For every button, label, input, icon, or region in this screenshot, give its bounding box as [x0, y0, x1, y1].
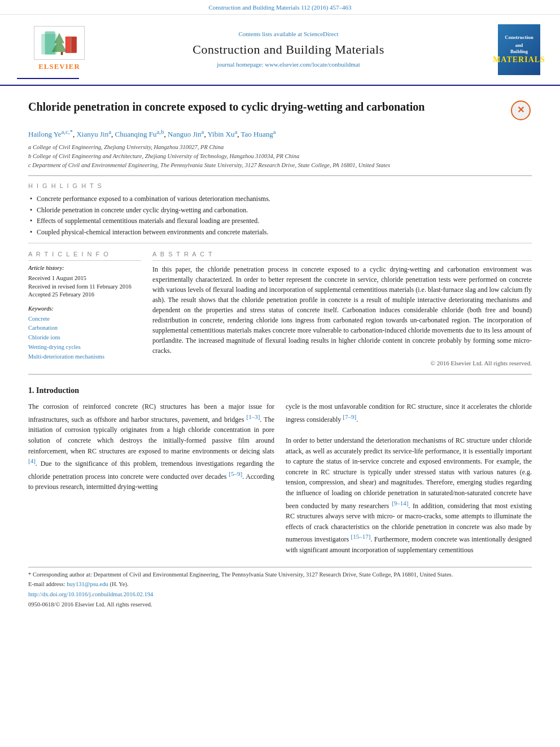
footnote-email: E-mail address: huy131@psu.edu (H. Ye).	[28, 580, 532, 589]
authors-line: Hailong Yea,c,*, Xianyu Jina, Chuanqing …	[28, 128, 532, 140]
journal-header: ELSEVIER Contents lists available at Sci…	[0, 15, 560, 85]
footnote-issn: 0950-0618/© 2016 Elsevier Ltd. All right…	[28, 601, 532, 609]
keyword-4: Wetting-drying cycles	[28, 343, 141, 352]
highlights-label: H I G H L I G H T S	[28, 182, 532, 190]
intro-heading: 1. Introduction	[28, 385, 532, 396]
footnotes-bar: * Corresponding author at: Department of…	[28, 567, 532, 609]
journal-center-info: Contents lists available at ScienceDirec…	[85, 30, 492, 69]
corner-logo-line3: Building	[510, 49, 528, 55]
affiliation-c: c Department of Civil and Environmental …	[28, 161, 532, 170]
article-history: Article history: Received 1 August 2015 …	[28, 264, 141, 299]
crossmark-area: ✕	[509, 99, 532, 122]
footnote-corresponding: * Corresponding author at: Department of…	[28, 571, 532, 579]
ref-9-14: [9–14]	[392, 500, 408, 506]
copyright-line: © 2016 Elsevier Ltd. All rights reserved…	[152, 359, 532, 368]
header-divider	[28, 175, 532, 176]
corner-logo-line1: Construction	[505, 34, 533, 41]
author-3: Chuanqing Fua,b	[115, 130, 164, 138]
sciencedirect-link[interactable]: ScienceDirect	[304, 30, 339, 37]
abstract-text: In this paper, the chloride penetration …	[152, 264, 532, 356]
journal-citation-bar: Construction and Building Materials 112 …	[0, 0, 560, 15]
crossmark-icon: ✕	[511, 101, 531, 120]
author-2: Xianyu Jina	[76, 130, 111, 138]
intro-text-col2: cycle is the most unfavorable condition …	[286, 403, 532, 554]
svg-rect-5	[66, 37, 71, 53]
highlight-1: Concrete performance exposed to a combin…	[28, 194, 532, 204]
main-content: Chloride penetration in concrete exposed…	[0, 86, 560, 620]
history-title: Article history:	[28, 264, 141, 273]
keyword-1: Concrete	[28, 315, 141, 324]
email-note: (H. Ye).	[110, 581, 128, 587]
abstract-col: A B S T R A C T In this paper, the chlor…	[152, 250, 532, 368]
abstract-divider	[28, 374, 532, 375]
doi-link[interactable]: http://dx.doi.org/10.1016/j.conbuildmat.…	[28, 591, 153, 597]
keyword-2: Carbonation	[28, 324, 141, 333]
intro-body-cols: The corrosion of reinforced concrete (RC…	[28, 401, 532, 555]
author-5: Yibin Xua	[207, 130, 237, 138]
svg-rect-3	[61, 52, 63, 55]
received-date: Received 1 August 2015	[28, 274, 141, 283]
contents-available-line: Contents lists available at ScienceDirec…	[85, 30, 492, 38]
keyword-3: Chloride ions	[28, 334, 141, 342]
keyword-5: Multi-deterioration mechanisms	[28, 353, 141, 361]
highlights-divider	[28, 243, 532, 243]
ref-1-3: [1–3]	[247, 413, 260, 420]
corner-logo-box: Construction and Building MATERIALS	[498, 24, 540, 75]
affiliations: a College of Civil Engineering, Zhejiang…	[28, 143, 532, 169]
author-4: Nanguo Jina	[168, 130, 204, 138]
ref-15-17: [15–17]	[351, 533, 370, 540]
introduction-section: 1. Introduction The corrosion of reinfor…	[28, 385, 532, 556]
footnote-doi: http://dx.doi.org/10.1016/j.conbuildmat.…	[28, 591, 532, 599]
affiliation-a: a College of Civil Engineering, Zhejiang…	[28, 143, 532, 152]
received-revised-date: Received in revised form 11 February 201…	[28, 283, 141, 291]
ref-5-9: [5–9]	[229, 470, 242, 477]
homepage-link[interactable]: www.elsevier.com/locate/conbuildmat	[265, 61, 360, 68]
corner-logo-line4: MATERIALS	[493, 55, 545, 65]
info-abstract-cols: A R T I C L E I N F O Article history: R…	[28, 250, 532, 368]
affiliation-b: b College of Civil Engineering and Archi…	[28, 152, 532, 161]
article-info-label: A R T I C L E I N F O	[28, 250, 141, 261]
elsevier-wordmark: ELSEVIER	[38, 62, 80, 72]
article-title-section: Chloride penetration in concrete exposed…	[28, 95, 532, 122]
intro-col-right: cycle is the most unfavorable condition …	[286, 401, 532, 555]
highlights-section: H I G H L I G H T S Concrete performance…	[28, 182, 532, 237]
keywords-title: Keywords:	[28, 305, 141, 313]
elsevier-tree-image	[34, 26, 85, 60]
highlight-3: Effects of supplemental cementitious mat…	[28, 216, 532, 226]
abstract-label: A B S T R A C T	[152, 250, 532, 261]
intro-col-left: The corrosion of reinforced concrete (RC…	[28, 401, 274, 555]
ref-4: [4]	[28, 457, 36, 464]
journal-title: Construction and Building Materials	[85, 41, 492, 59]
corner-logo-line2: and	[515, 42, 523, 49]
email-link[interactable]: huy131@psu.edu	[67, 581, 108, 587]
author-6: Tao Huanga	[241, 130, 276, 138]
accepted-date: Accepted 25 February 2016	[28, 291, 141, 299]
highlight-2: Chloride penetration in concrete under c…	[28, 206, 532, 215]
keywords-section: Keywords: Concrete Carbonation Chloride …	[28, 305, 141, 361]
elsevier-logo-area: ELSEVIER	[17, 20, 79, 78]
journal-citation-text: Construction and Building Materials 112 …	[208, 4, 351, 11]
ref-7-9b: [7–9]	[343, 413, 356, 420]
intro-text-col1: The corrosion of reinforced concrete (RC…	[28, 403, 274, 491]
author-1: Hailong Yea,c,*	[28, 130, 73, 138]
homepage-line: journal homepage: www.elsevier.com/locat…	[85, 60, 492, 69]
article-title: Chloride penetration in concrete exposed…	[28, 99, 501, 114]
corner-logo-area: Construction and Building MATERIALS	[498, 24, 543, 75]
article-info-col: A R T I C L E I N F O Article history: R…	[28, 250, 141, 368]
highlight-4: Coupled physical-chemical interaction be…	[28, 228, 532, 237]
